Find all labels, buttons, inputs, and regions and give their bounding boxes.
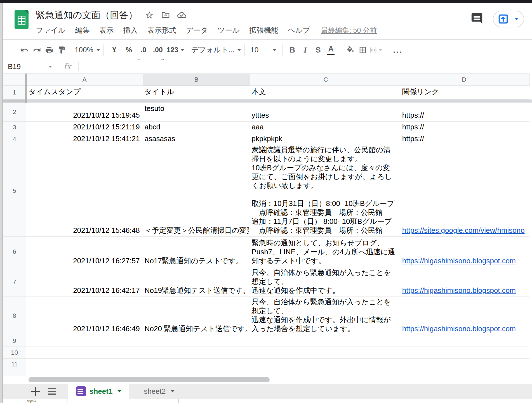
cell-D6[interactable]: https://higashimisono.blogspot.com — [400, 237, 525, 267]
menu-edit[interactable]: 編集 — [75, 25, 90, 35]
cell-D10[interactable] — [400, 347, 525, 359]
cell-C7[interactable]: 只今、自治体から緊急通知が入ったことを想定して、 迅速な通知を作成中です。 — [249, 267, 400, 297]
cell-C1[interactable]: 本文 — [249, 86, 400, 99]
menu-help[interactable]: ヘルプ — [288, 25, 310, 35]
row-header-5[interactable]: 5 — [3, 145, 26, 237]
cell-A8[interactable]: 2021/10/12 16:46:49 — [26, 297, 142, 335]
row-header-7[interactable]: 7 — [3, 267, 26, 297]
cell-D6-link[interactable]: https://higashimisono.blogspot.com — [402, 256, 516, 265]
row-header-2[interactable]: 2 — [3, 103, 26, 122]
print-button[interactable] — [43, 42, 55, 58]
decrease-decimals-button[interactable]: .0 ← — [136, 42, 151, 58]
font-family-control[interactable]: デフォルト... — [191, 42, 241, 58]
cell-C4[interactable]: pkpkpkpk — [249, 133, 400, 145]
cell-A1[interactable]: タイムスタンプ — [26, 86, 142, 99]
cell-C9[interactable] — [249, 335, 400, 347]
cell-A6[interactable]: 2021/10/12 16:27:57 — [26, 237, 142, 267]
cell-A9[interactable] — [26, 335, 142, 347]
cell-D8-link[interactable]: https://higashimisono.blogspot.com — [402, 324, 516, 333]
cell-A10[interactable] — [26, 347, 142, 359]
italic-button[interactable]: I — [299, 42, 312, 58]
cell-D1[interactable]: 関係リンク — [400, 86, 525, 99]
fill-color-button[interactable] — [344, 42, 357, 58]
move-to-folder-icon[interactable] — [161, 11, 170, 20]
cell-B6[interactable]: No17緊急通知のテストです。 — [142, 237, 249, 267]
more-toolbar-button[interactable]: ... — [392, 42, 404, 58]
menu-data[interactable]: データ — [186, 25, 208, 35]
menu-file[interactable]: ファイル — [36, 25, 65, 35]
row-header-4[interactable]: 4 — [3, 133, 26, 145]
format-percent-button[interactable]: % — [122, 42, 136, 58]
font-size-control[interactable]: 10 — [248, 42, 279, 58]
cell-A12[interactable] — [26, 370, 142, 376]
number-format-button[interactable]: 123 — [165, 42, 184, 58]
cell-C2[interactable]: ytttes — [249, 103, 400, 122]
cell-B1[interactable]: タイトル — [142, 86, 249, 99]
cell-C10[interactable] — [249, 347, 400, 359]
cell-B5[interactable]: ＜予定変更＞公民館清掃日の変更 — [142, 145, 249, 237]
menu-extensions[interactable]: 拡張機能 — [249, 25, 278, 35]
format-currency-button[interactable]: ¥ — [107, 42, 122, 58]
column-header-d[interactable]: D — [401, 74, 527, 86]
formula-input[interactable] — [79, 60, 532, 73]
share-dropdown-caret[interactable] — [515, 18, 519, 20]
name-box[interactable]: B19 — [3, 62, 56, 71]
strikethrough-button[interactable]: S — [312, 42, 324, 58]
comments-button[interactable] — [470, 12, 483, 26]
cell-B4[interactable]: asasasas — [142, 133, 249, 145]
cell-D9[interactable] — [400, 335, 525, 347]
tab-sheet1[interactable]: sheet1 — [68, 384, 129, 399]
borders-button[interactable] — [357, 42, 369, 58]
cell-B3[interactable]: abcd — [142, 122, 249, 133]
horizontal-scrollbar-thumb[interactable] — [29, 377, 270, 382]
sheets-logo-icon[interactable] — [15, 10, 29, 29]
row-header-3[interactable]: 3 — [3, 122, 26, 133]
cell-A3[interactable]: 2021/10/12 15:21:19 — [26, 122, 142, 133]
frozen-row-divider[interactable] — [3, 99, 532, 103]
share-button[interactable] — [493, 11, 524, 27]
cell-B11[interactable] — [142, 359, 249, 370]
cell-D3[interactable]: https:// — [400, 122, 525, 133]
cell-B2[interactable]: tesuto — [142, 103, 249, 122]
cell-D2[interactable]: https:// — [400, 103, 525, 122]
cell-B8[interactable]: No20 緊急通知テスト送信です。 — [142, 297, 249, 335]
star-icon[interactable] — [145, 11, 154, 20]
cell-D11[interactable] — [400, 359, 525, 370]
increase-decimals-button[interactable]: .00 → — [151, 42, 165, 58]
menu-tools[interactable]: ツール — [218, 25, 240, 35]
menu-insert[interactable]: 挿入 — [123, 25, 138, 35]
row-header-12[interactable] — [3, 370, 26, 376]
cell-B9[interactable] — [142, 335, 249, 347]
undo-button[interactable] — [18, 42, 31, 58]
column-header-a[interactable]: A — [27, 74, 143, 86]
cell-A2[interactable]: 2021/10/12 15:19:45 — [26, 103, 142, 122]
cloud-saved-icon[interactable] — [177, 11, 186, 20]
row-header-1[interactable]: 1 — [3, 86, 26, 99]
column-header-c[interactable]: C — [250, 74, 401, 86]
select-all-corner[interactable] — [3, 74, 27, 86]
cell-C6[interactable]: 緊急時の通知として、お知らせブログ、Push7、LINE、メール、の4カ所へ迅速… — [249, 237, 400, 267]
row-header-8[interactable]: 8 — [3, 297, 26, 335]
text-color-button[interactable]: A — [324, 42, 337, 58]
sheet1-caret[interactable] — [117, 390, 121, 392]
zoom-control[interactable]: 100% — [75, 42, 100, 58]
cell-D5[interactable]: https://sites.google.com/view/hmisono — [400, 145, 525, 237]
row-header-6[interactable]: 6 — [3, 237, 26, 267]
cell-D8[interactable]: https://higashimisono.blogspot.com — [400, 297, 525, 335]
last-edit-link[interactable]: 最終編集: 50 分前 — [321, 26, 377, 35]
cell-A11[interactable] — [26, 359, 142, 370]
cell-D7-link[interactable]: https://higashimisono.blogspot.com — [402, 286, 516, 295]
add-sheet-button[interactable] — [27, 384, 44, 399]
cell-C12[interactable] — [249, 370, 400, 376]
bold-button[interactable]: B — [286, 42, 299, 58]
tab-sheet2[interactable]: sheet2 — [129, 384, 181, 399]
cell-A7[interactable]: 2021/10/12 16:42:17 — [26, 267, 142, 297]
menu-format[interactable]: 表示形式 — [147, 25, 176, 35]
cell-D7[interactable]: https://higashimisono.blogspot.com — [400, 267, 525, 297]
row-header-10[interactable]: 10 — [3, 347, 26, 359]
cell-D4[interactable]: https:// — [400, 133, 525, 145]
cell-A5[interactable]: 2021/10/12 15:46:48 — [26, 145, 142, 237]
row-header-9[interactable]: 9 — [3, 335, 26, 347]
column-header-b[interactable]: B — [143, 74, 250, 86]
cell-C11[interactable] — [249, 359, 400, 370]
